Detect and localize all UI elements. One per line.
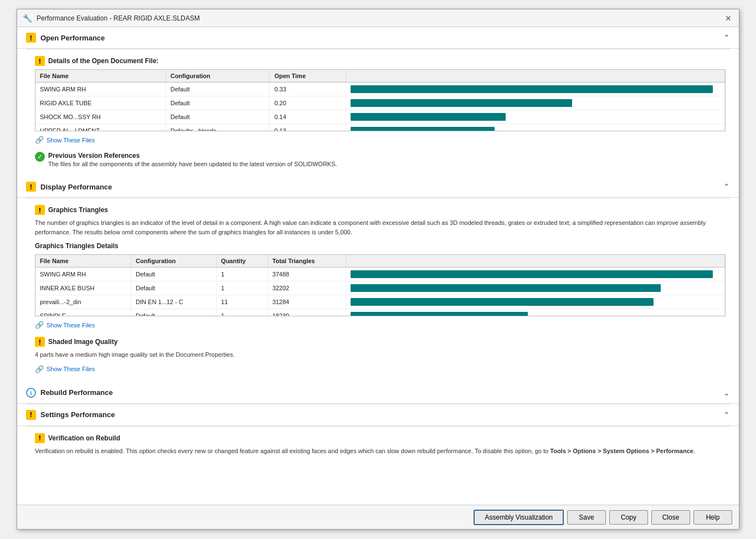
graphics-triangles-desc: The number of graphics triangles is an i… [35, 218, 726, 237]
open-performance-header[interactable]: ! Open Performance ⌃ [17, 27, 739, 49]
cell-config: Default<...hined> [166, 124, 270, 131]
display-performance-body: ! Graphics Triangles The number of graph… [17, 198, 739, 382]
window-title: Performance Evaluation - REAR RIGID AXLE… [37, 14, 200, 22]
link-icon-1: 🔗 [35, 136, 44, 144]
table-row: SHOCK MO...SSY RH Default 0.14 [35, 110, 725, 124]
cell-config: Default [166, 110, 270, 124]
cell-bar [346, 96, 724, 110]
display-performance-warning-icon: ! [26, 182, 36, 192]
details-title: Details of the Open Document File: [48, 57, 158, 65]
col-total-triangles: Total Triangles [268, 255, 346, 268]
open-performance-body: ! Details of the Open Document File: Fil… [17, 49, 739, 176]
settings-performance-label: Settings Performance [40, 410, 115, 419]
main-window: 🔧 Performance Evaluation - REAR RIGID AX… [17, 9, 739, 530]
cell-filename: SHOCK MO...SSY RH [35, 110, 166, 124]
assembly-visualization-button[interactable]: Assembly Visualization [474, 510, 564, 525]
display-performance-label: Display Performance [40, 183, 112, 191]
col-bar-1 [346, 70, 724, 83]
verification-desc: Verification on rebuild is enabled. This… [35, 446, 726, 456]
prev-version-title: Previous Version References [48, 152, 337, 160]
cell-qty: 1 [217, 268, 268, 281]
cell-time: 0.14 [270, 110, 346, 124]
link-icon-2: 🔗 [35, 321, 44, 329]
close-button-footer[interactable]: Close [651, 510, 690, 525]
graphics-table: File Name Configuration Quantity Total T… [35, 255, 725, 316]
open-perf-table-inner[interactable]: File Name Configuration Open Time SWING … [35, 70, 725, 131]
verification-warning-icon: ! [35, 433, 45, 443]
show-files-link-1[interactable]: 🔗 Show These Files [35, 136, 726, 144]
cell-bar [346, 295, 724, 309]
shaded-image-desc: 4 parts have a medium high image quality… [35, 350, 726, 360]
settings-performance-header-left: ! Settings Performance [26, 410, 115, 420]
footer: Assembly Visualization Save Copy Close H… [17, 505, 739, 529]
table-row: prevaili...-2_din DIN EN 1...12 - C 11 3… [35, 295, 725, 309]
cell-bar [346, 124, 724, 131]
cell-config: Default [131, 281, 217, 295]
table-row: SWING ARM RH Default 0.33 [35, 83, 725, 96]
open-performance-warning-icon: ! [26, 33, 36, 43]
copy-button[interactable]: Copy [609, 510, 648, 525]
close-button[interactable]: ✕ [723, 13, 733, 23]
open-performance-header-left: ! Open Performance [26, 33, 105, 43]
rebuild-performance-chevron: ⌄ [723, 388, 730, 397]
details-header: ! Details of the Open Document File: [35, 56, 726, 66]
help-button[interactable]: Help [693, 510, 732, 525]
cell-total: 18230 [268, 309, 346, 316]
cell-filename: prevaili...-2_din [35, 295, 131, 309]
title-bar: 🔧 Performance Evaluation - REAR RIGID AX… [17, 9, 739, 27]
cell-qty: 1 [217, 281, 268, 295]
open-perf-table: File Name Configuration Open Time SWING … [35, 70, 725, 131]
rebuild-performance-label: Rebuild Performance [40, 388, 113, 397]
cell-filename: SWING ARM RH [35, 268, 131, 281]
show-files-link-3[interactable]: 🔗 Show These Files [35, 365, 726, 373]
display-performance-header-left: ! Display Performance [26, 182, 112, 192]
display-performance-header[interactable]: ! Display Performance ⌃ [17, 176, 739, 198]
cell-total: 37488 [268, 268, 346, 281]
prev-version-success-icon: ✓ [35, 152, 45, 162]
prev-version-content: Previous Version References The files fo… [48, 152, 337, 167]
display-performance-chevron: ⌃ [723, 182, 730, 191]
cell-filename: INNER AXLE BUSH [35, 281, 131, 295]
table-row: SWING ARM RH Default 1 37488 [35, 268, 725, 281]
cell-config: Default [166, 96, 270, 110]
prev-version-desc: The files for all the components of the … [48, 161, 337, 167]
graphics-table-wrapper: File Name Configuration Quantity Total T… [35, 254, 726, 316]
save-button[interactable]: Save [567, 510, 606, 525]
settings-performance-chevron: ⌃ [723, 410, 730, 419]
cell-filename: SPINDLE [35, 309, 131, 316]
cell-total: 31284 [268, 295, 346, 309]
open-performance-chevron: ⌃ [723, 33, 730, 42]
settings-performance-body: ! Verification on Rebuild Verification o… [17, 427, 739, 470]
graphics-table-inner[interactable]: File Name Configuration Quantity Total T… [35, 255, 725, 316]
cell-time: 0.20 [270, 96, 346, 110]
col-filename-2: File Name [35, 255, 131, 268]
rebuild-performance-header[interactable]: i Rebuild Performance ⌄ [17, 382, 739, 404]
link-icon-3: 🔗 [35, 365, 44, 373]
graphics-triangles-header: ! Graphics Triangles [35, 205, 726, 215]
col-filename-1: File Name [35, 70, 166, 83]
cell-bar [346, 110, 724, 124]
details-warning-icon: ! [35, 56, 45, 66]
cell-bar [346, 309, 724, 316]
shaded-image-warning-icon: ! [35, 337, 45, 347]
show-files-label-1: Show These Files [47, 137, 95, 143]
title-bar-left: 🔧 Performance Evaluation - REAR RIGID AX… [23, 14, 200, 23]
cell-filename: SWING ARM RH [35, 83, 166, 96]
table-row: INNER AXLE BUSH Default 1 32202 [35, 281, 725, 295]
col-bar-2 [346, 255, 724, 268]
table-row: RIGID AXLE TUBE Default 0.20 [35, 96, 725, 110]
prev-version-section: ✓ Previous Version References The files … [35, 152, 726, 167]
cell-config: Default [131, 268, 217, 281]
rebuild-performance-header-left: i Rebuild Performance [26, 388, 113, 398]
settings-performance-header[interactable]: ! Settings Performance ⌃ [17, 404, 739, 426]
settings-performance-warning-icon: ! [26, 410, 36, 420]
show-files-link-2[interactable]: 🔗 Show These Files [35, 321, 726, 329]
cell-time: 0.33 [270, 83, 346, 96]
col-config-1: Configuration [166, 70, 270, 83]
col-opentime: Open Time [270, 70, 346, 83]
graphics-triangles-title: Graphics Triangles [48, 206, 108, 214]
cell-bar [346, 281, 724, 295]
table-row: SPINDLE Default 1 18230 [35, 309, 725, 316]
show-files-label-2: Show These Files [47, 322, 95, 328]
graphics-triangles-warning-icon: ! [35, 205, 45, 215]
